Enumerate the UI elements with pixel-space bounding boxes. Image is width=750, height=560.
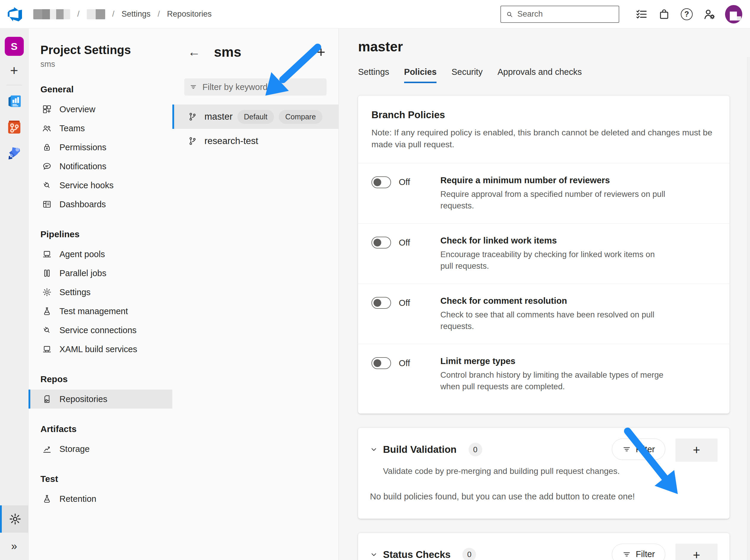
sidebar-item-service-hooks[interactable]: Service hooks [28, 176, 172, 195]
sidebar-item-repositories[interactable]: Repositories [28, 390, 172, 409]
sidebar-subtitle: sms [28, 60, 172, 69]
branch-policies-note: Note: If any required policy is enabled,… [371, 126, 715, 150]
sidebar-item-test-management[interactable]: Test management [28, 302, 172, 321]
toggle-comment-resolution[interactable] [371, 297, 391, 309]
scrollbar-track[interactable] [747, 57, 750, 560]
repository-icon [42, 394, 52, 404]
add-build-policy-button[interactable]: + [675, 439, 717, 462]
branch-name: research-test [204, 136, 258, 146]
toggle-state-label: Off [399, 238, 410, 248]
tab-bar: Settings Policies Security Approvals and… [358, 67, 730, 83]
git-branch-icon [188, 136, 197, 146]
dashboard-icon [42, 200, 52, 209]
sidebar-item-dashboards[interactable]: Dashboards [28, 195, 172, 214]
policy-title: Limit merge types [440, 356, 668, 366]
tab-settings[interactable]: Settings [358, 67, 389, 83]
compare-badge[interactable]: Compare [279, 110, 322, 124]
branch-filter-box[interactable] [184, 78, 327, 96]
tab-security[interactable]: Security [451, 67, 482, 83]
marketplace-bag-icon[interactable] [657, 7, 671, 21]
sidebar-item-overview[interactable]: Overview [28, 100, 172, 119]
toggle-linked-work-items[interactable] [371, 237, 391, 249]
toggle-min-reviewers[interactable] [371, 177, 391, 188]
rail-divider [6, 85, 22, 85]
expand-rail-button[interactable]: » [0, 533, 28, 560]
task-list-icon[interactable] [635, 7, 648, 21]
policy-row-limit-merge-types: Off Limit merge types Control branch his… [358, 344, 730, 414]
toggle-limit-merge-types[interactable] [371, 357, 391, 369]
toggle-state-label: Off [399, 177, 410, 187]
build-validation-empty-text: No build policies found, but you can use… [370, 492, 717, 501]
policy-description: Control branch history by limiting the a… [440, 369, 668, 392]
breadcrumb-settings[interactable]: Settings [121, 9, 151, 19]
status-checks-title: Status Checks [383, 549, 451, 560]
repos-app-icon[interactable] [6, 119, 23, 136]
page-title: master [358, 39, 730, 55]
help-icon[interactable]: ? [680, 7, 693, 21]
section-repos: Repos [28, 374, 172, 384]
build-validation-filter-button[interactable]: Filter [612, 439, 665, 460]
sidebar-item-parallel-jobs[interactable]: Parallel jobs [28, 264, 172, 283]
breadcrumb-project-redacted[interactable] [87, 9, 105, 19]
comment-icon [42, 162, 52, 171]
branch-filter-input[interactable] [202, 82, 321, 92]
filter-icon [190, 83, 197, 91]
add-status-check-button[interactable]: + [675, 544, 717, 560]
search-icon [506, 10, 513, 18]
boards-app-icon[interactable] [6, 93, 23, 110]
sidebar-item-service-connections[interactable]: Service connections [28, 321, 172, 340]
branch-policies-title: Branch Policies [371, 109, 716, 121]
project-settings-sidebar: Project Settings sms General Overview Te… [28, 28, 172, 560]
help-glyph: ? [681, 8, 693, 20]
breadcrumb-org-redacted[interactable] [33, 9, 70, 19]
sidebar-item-permissions[interactable]: Permissions [28, 138, 172, 157]
branch-list: master Default Compare research-test [172, 105, 338, 153]
project-settings-rail-button[interactable] [0, 505, 28, 533]
app-rail: S + [0, 28, 28, 560]
sidebar-item-pipeline-settings[interactable]: Settings [28, 283, 172, 302]
policy-row-comment-resolution: Off Check for comment resolution Check t… [358, 284, 730, 344]
back-arrow-icon[interactable]: ← [188, 46, 200, 58]
sidebar-item-notifications[interactable]: Notifications [28, 157, 172, 176]
azure-devops-logo-icon[interactable] [8, 7, 22, 21]
toggle-state-label: Off [399, 358, 410, 368]
breadcrumb: / / Settings / Repositories [33, 9, 212, 19]
toggle-state-label: Off [399, 298, 410, 308]
policy-row-linked-work-items: Off Check for linked work items Encourag… [358, 223, 730, 284]
sidebar-item-retention[interactable]: Retention [28, 489, 172, 508]
policy-description: Encourage traceability by checking for l… [440, 249, 668, 272]
build-validation-title: Build Validation [383, 444, 457, 455]
user-avatar[interactable] [725, 5, 742, 23]
topbar-icons: ? [635, 5, 742, 23]
status-checks-filter-button[interactable]: Filter [612, 544, 665, 560]
sidebar-item-teams[interactable]: Teams [28, 119, 172, 138]
section-general: General [28, 84, 172, 95]
branch-row-master[interactable]: master Default Compare [172, 105, 338, 129]
sidebar-item-agent-pools[interactable]: Agent pools [28, 245, 172, 264]
collapse-chevron-icon[interactable] [370, 551, 378, 559]
laptop-icon [42, 249, 52, 259]
section-pipelines: Pipelines [28, 229, 172, 239]
project-avatar-tile[interactable]: S [5, 37, 24, 56]
git-branch-icon [188, 112, 197, 121]
branch-policies-card: Branch Policies Note: If any required po… [358, 96, 730, 414]
add-project-button[interactable]: + [10, 64, 18, 77]
policy-title: Check for comment resolution [440, 296, 668, 306]
add-branch-button[interactable]: + [317, 44, 325, 59]
sidebar-item-storage[interactable]: Storage [28, 439, 172, 458]
filter-icon [622, 550, 631, 559]
pipelines-app-icon[interactable] [6, 144, 23, 161]
breadcrumb-repositories[interactable]: Repositories [167, 9, 212, 19]
chart-icon [42, 444, 52, 454]
user-settings-icon[interactable] [703, 7, 716, 21]
collapse-chevron-icon[interactable] [370, 446, 378, 453]
flask-icon [42, 307, 52, 316]
sidebar-item-xaml-build-services[interactable]: XAML build services [28, 340, 172, 359]
branch-row-research-test[interactable]: research-test [172, 129, 338, 153]
tab-policies[interactable]: Policies [404, 67, 437, 83]
sidebar-title: Project Settings [28, 43, 172, 57]
build-validation-card: Build Validation 0 Filter + Validate cod… [358, 428, 730, 519]
tab-approvals-and-checks[interactable]: Approvals and checks [497, 67, 582, 83]
search-box[interactable] [500, 6, 619, 23]
search-input[interactable] [517, 9, 614, 19]
